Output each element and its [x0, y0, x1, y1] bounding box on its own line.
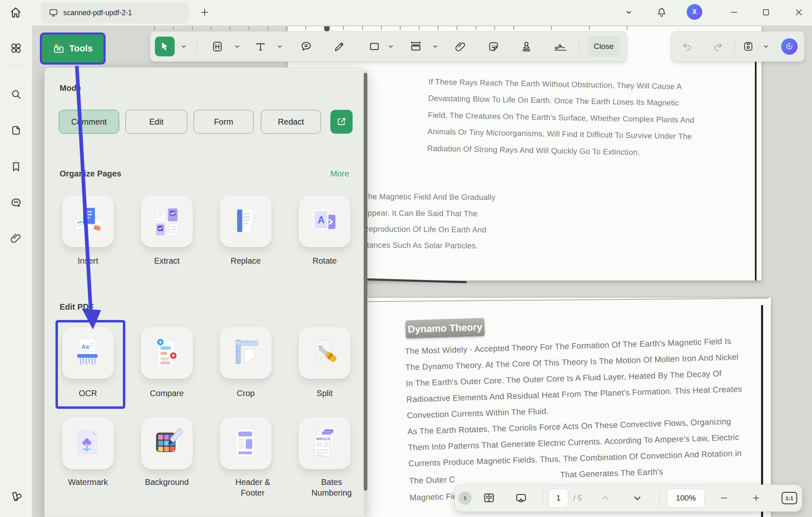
- sidebar-item-search[interactable]: [10, 88, 22, 100]
- crop-label: Crop: [211, 388, 281, 399]
- highlight-tool-button[interactable]: [211, 40, 224, 53]
- zoom-level-value: 100%: [676, 494, 696, 503]
- text-tool-button[interactable]: [254, 40, 267, 53]
- split-tool-card[interactable]: [299, 327, 351, 379]
- select-tool-chevron-icon[interactable]: [181, 44, 187, 49]
- close-toolbar-button[interactable]: Close: [588, 36, 620, 57]
- rotate-tool-card[interactable]: A: [299, 195, 351, 247]
- current-page-value: 1: [556, 494, 561, 503]
- tools-button[interactable]: Tools: [40, 32, 106, 65]
- stamp-tool-button[interactable]: [520, 40, 533, 53]
- page-total-label: / 5: [573, 494, 582, 503]
- bates-numbering-tool-card[interactable]: 000123: [299, 417, 351, 469]
- window-close-button[interactable]: [791, 4, 807, 21]
- chevron-right-icon: [462, 495, 468, 501]
- save-chevron-icon[interactable]: [763, 44, 769, 49]
- panel-scrollbar-thumb[interactable]: [364, 73, 367, 491]
- redo-button[interactable]: [712, 41, 723, 52]
- organize-pages-heading: Organize Pages: [60, 169, 121, 179]
- insert-icon: [71, 204, 105, 239]
- mode-redact-label: Redact: [278, 117, 304, 127]
- home-button[interactable]: [7, 4, 24, 21]
- insert-label: Insert: [53, 255, 123, 266]
- measure-tool-chevron-icon[interactable]: [432, 44, 438, 49]
- monitor-icon: [48, 8, 58, 18]
- actual-size-button[interactable]: 1:1: [782, 492, 797, 504]
- document-tab[interactable]: scanned-pdf-updf-2-1: [41, 2, 189, 23]
- sidebar-item-panels[interactable]: [10, 42, 22, 54]
- zoom-in-button[interactable]: [752, 494, 761, 503]
- previous-page-button[interactable]: [601, 494, 609, 502]
- annotation-toolbar: Close: [150, 31, 627, 62]
- zoom-out-button[interactable]: [720, 494, 729, 503]
- external-link-icon: [336, 116, 347, 127]
- dynamo-theory-label: Dynamo Theory: [408, 321, 482, 335]
- sidebar-item-attachments[interactable]: [10, 232, 22, 244]
- header-footer-tool-card[interactable]: [220, 417, 272, 469]
- sticker-tool-button[interactable]: [487, 40, 500, 53]
- zoom-level-input[interactable]: 100%: [667, 489, 705, 508]
- left-sidebar: [0, 26, 32, 517]
- comment-tool-button[interactable]: [300, 40, 312, 53]
- measure-tool-button[interactable]: [410, 40, 422, 53]
- tools-panel: Mode Comment Edit Form Redact Organize P…: [44, 67, 366, 517]
- page-number-input[interactable]: 1: [549, 489, 568, 508]
- sidebar-item-page-thumbnails[interactable]: [10, 124, 22, 137]
- signature-tool-button[interactable]: [554, 40, 567, 53]
- pencil-tool-button[interactable]: [333, 40, 346, 53]
- cursor-icon: [159, 41, 170, 52]
- sidebar-item-bookmarks[interactable]: [10, 160, 22, 173]
- reading-mode-button[interactable]: [483, 492, 495, 504]
- compare-icon: [150, 336, 184, 370]
- mode-redact-button[interactable]: Redact: [261, 110, 321, 134]
- watermark-label: Watermark: [53, 477, 123, 487]
- expand-bar-button[interactable]: [459, 491, 472, 505]
- mode-edit-button[interactable]: Edit: [125, 110, 187, 134]
- header-footer-label: Header & Footer: [228, 477, 277, 498]
- background-icon: [150, 426, 184, 461]
- replace-icon: [228, 204, 263, 239]
- attach-file-button[interactable]: [454, 40, 467, 53]
- extract-tool-card[interactable]: [141, 195, 193, 247]
- replace-tool-card[interactable]: [220, 195, 272, 247]
- next-page-button[interactable]: [633, 494, 641, 502]
- sidebar-item-swatches[interactable]: [10, 490, 23, 503]
- watermark-tool-card[interactable]: [62, 417, 114, 469]
- shape-tool-button[interactable]: [368, 40, 381, 53]
- crop-tool-card[interactable]: [220, 327, 272, 379]
- replace-label: Replace: [211, 255, 281, 266]
- text-tool-chevron-icon[interactable]: [277, 44, 283, 49]
- ocr-highlight-box: [55, 320, 125, 409]
- background-tool-card[interactable]: [141, 417, 193, 469]
- user-avatar[interactable]: X: [687, 4, 702, 20]
- notifications-bell-icon[interactable]: [653, 4, 670, 21]
- ai-assistant-button[interactable]: [781, 38, 798, 55]
- toolbox-icon: [53, 42, 65, 55]
- extract-label: Extract: [132, 255, 202, 266]
- select-tool-button[interactable]: [155, 37, 175, 56]
- sidebar-item-comments[interactable]: [10, 197, 22, 209]
- save-button[interactable]: [743, 41, 754, 52]
- compare-tool-card[interactable]: [141, 327, 193, 379]
- undo-button[interactable]: [682, 41, 693, 52]
- bates-numbering-label: Bates Numbering: [307, 477, 356, 498]
- actual-size-label: 1:1: [786, 495, 794, 501]
- more-link[interactable]: More: [330, 169, 349, 179]
- titlebar: scanned-pdf-updf-2-1 X: [0, 0, 812, 26]
- mode-comment-button[interactable]: Comment: [59, 110, 119, 134]
- close-label: Close: [594, 42, 614, 51]
- presentation-mode-button[interactable]: [515, 492, 527, 504]
- extract-icon: [150, 204, 184, 239]
- new-tab-button[interactable]: [196, 4, 213, 21]
- open-in-new-window-button[interactable]: [330, 110, 353, 134]
- shape-tool-chevron-icon[interactable]: [388, 44, 394, 49]
- mode-comment-label: Comment: [71, 117, 107, 127]
- mode-form-button[interactable]: Form: [194, 110, 254, 134]
- bates-numbering-icon: 000123: [307, 426, 342, 461]
- window-minimize-button[interactable]: [726, 4, 742, 21]
- page2-section-heading: Dynamo Theory: [405, 318, 484, 338]
- insert-tool-card[interactable]: [62, 195, 114, 247]
- highlight-tool-chevron-icon[interactable]: [234, 44, 240, 49]
- window-maximize-button[interactable]: [758, 4, 774, 21]
- titlebar-chevron-down-icon[interactable]: [621, 4, 637, 21]
